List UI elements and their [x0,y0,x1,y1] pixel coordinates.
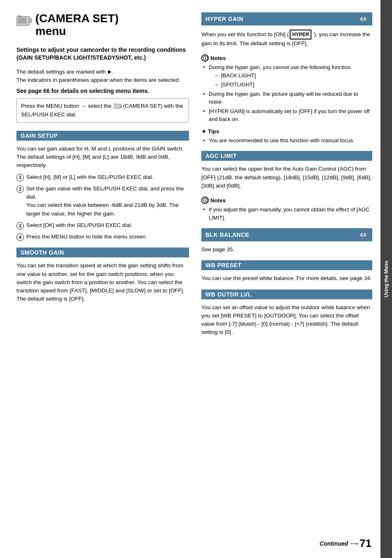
hyper-gain-tips: ✦ Tips You are recommended to use this f… [201,128,372,145]
wb-preset-body: You can use the preset white balance. Fo… [201,274,372,282]
hyper-gain-body: When you set this function to [ON] (HYPE… [201,30,372,48]
tips-icon: ✦ [201,128,206,135]
smooth-gain-body: You can set the transition speed at whic… [16,262,189,303]
default-note: The default settings are marked with . T… [16,68,189,85]
hyper-badge: HYPER [290,30,311,39]
step-3: 3 Select [OK] with the SEL/PUSH EXEC dia… [16,221,189,229]
wb-outdr-lvl-body: You can set an offset value to adjust th… [201,303,372,337]
agc-note-1: If you adjust the gain manually, you can… [203,206,372,222]
step-2: 2 Set the gain value with the SEL/PUSH E… [16,185,189,218]
tip-1: You are recommended to use this function… [203,137,372,145]
hyper-gain-notes-list: During the hyper gain, you cannot use th… [203,63,372,123]
agc-limit-header: AGC LIMIT [201,151,372,161]
side-tab-label: Using the Menu [383,261,389,297]
gain-setup-steps: 1 Select [H], [M] or [L] with the SEL/PU… [16,173,189,241]
page-number: 71 [360,537,371,550]
page-title: (CAMERA SET) menu [35,12,119,38]
see-page-text: See page 66 for details on selecting men… [16,88,189,94]
hyper-gain-header: HYPER GAIN AS [201,12,372,25]
gain-setup-header: GAIN SETUP [16,131,189,141]
instruction-box: Press the MENU button → select the (CAME… [16,98,189,123]
subtitle-text: Settings to adjust your camcorder to the… [16,46,189,62]
agc-notes-icon: ⓘ [201,197,209,204]
gain-setup-body: You can set gain values for H, M and L p… [16,145,189,241]
wb-preset-header: WB PRESET [201,260,372,270]
svg-rect-1 [18,18,26,23]
footer-arrow-icon: ⟶ [350,540,358,547]
continued-label: Continued [320,540,348,547]
hyper-gain-as-badge: AS [358,14,368,24]
wb-outdr-lvl-header: WB OUTDR LVL [201,289,372,299]
hyper-gain-notes: ⓘ Notes During the hyper gain, you canno… [201,54,372,123]
smooth-gain-header: SMOOTH GAIN [16,248,189,257]
hyper-gain-tips-list: You are recommended to use this function… [203,137,372,145]
hyper-note-2: During the hyper gain, the picture quali… [203,90,372,106]
svg-rect-6 [120,105,122,108]
hyper-note-1: During the hyper gain, you cannot use th… [203,63,372,89]
svg-rect-5 [114,104,120,109]
agc-limit-notes: ⓘ Notes If you adjust the gain manually,… [201,197,372,222]
side-tab: Using the Menu [380,0,392,558]
page-title-block: (CAMERA SET) menu [16,12,189,39]
notes-icon: ⓘ [201,54,209,62]
blk-balance-header: BLK BALANCE AS [201,228,372,241]
blk-balance-as-badge: AS [358,230,368,240]
step-4: 4 Press the MENU button to hide the menu… [16,233,189,241]
hyper-note-3: [HYPER GAIN] is automatically set to [OF… [203,107,372,123]
page-footer: Continued ⟶ 71 [320,537,371,550]
camera-inline-icon [114,103,122,109]
agc-notes-list: If you adjust the gain manually, you can… [203,206,372,222]
svg-rect-2 [29,19,32,23]
step-1: 1 Select [H], [M] or [L] with the SEL/PU… [16,173,189,181]
agc-limit-body: You can select the upper limit for the A… [201,165,372,190]
camera-set-icon [16,15,32,27]
blk-balance-body: See page 35. [201,245,372,254]
